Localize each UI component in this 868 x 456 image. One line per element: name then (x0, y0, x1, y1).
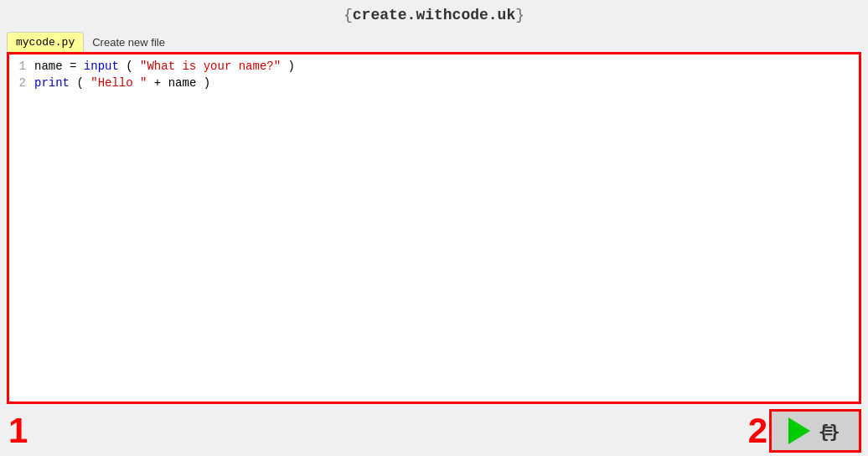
bottom-label-left: 1 (8, 413, 28, 448)
code-token: input (84, 60, 119, 73)
brace-open: { (344, 7, 353, 23)
run-button[interactable]: {} (769, 409, 861, 453)
format-icon: {} (817, 419, 842, 443)
bottom-label-right: 2 (748, 413, 767, 448)
line-number-2: 2 (9, 75, 34, 91)
code-line-2: 2 print ( "Hello " + name ) (9, 75, 859, 91)
line-number-1: 1 (9, 58, 34, 75)
brace-close: } (515, 7, 524, 23)
code-token: ) (288, 60, 295, 73)
site-title: {create.withcode.uk} (344, 7, 524, 23)
tab-create-new-file[interactable]: Create new file (84, 33, 173, 52)
code-line-1: 1 name = input ( "What is your name?" ) (9, 58, 859, 75)
code-token: ) (204, 76, 210, 90)
editor-container: 1 name = input ( "What is your name?" ) … (7, 52, 861, 404)
code-token: name (34, 60, 63, 73)
tabs-row: mycode.py Create new file (0, 28, 868, 52)
code-token: ( (126, 60, 132, 73)
line-content-2: print ( "Hello " + name ) (34, 75, 859, 91)
line-content-1: name = input ( "What is your name?" ) (34, 58, 859, 75)
tab-mycode[interactable]: mycode.py (7, 32, 84, 52)
code-token: = (70, 60, 84, 73)
code-token: print (34, 76, 70, 90)
code-token: name (168, 76, 197, 90)
code-token: ( (76, 76, 83, 90)
play-icon (788, 417, 810, 444)
header: {create.withcode.uk} (0, 0, 868, 28)
code-token: "What is your name?" (140, 60, 281, 73)
code-editor[interactable]: 1 name = input ( "What is your name?" ) … (9, 54, 859, 402)
code-token: "Hello " (90, 76, 147, 90)
code-token: + (154, 76, 168, 90)
bottom-bar: 1 2 (0, 406, 868, 456)
